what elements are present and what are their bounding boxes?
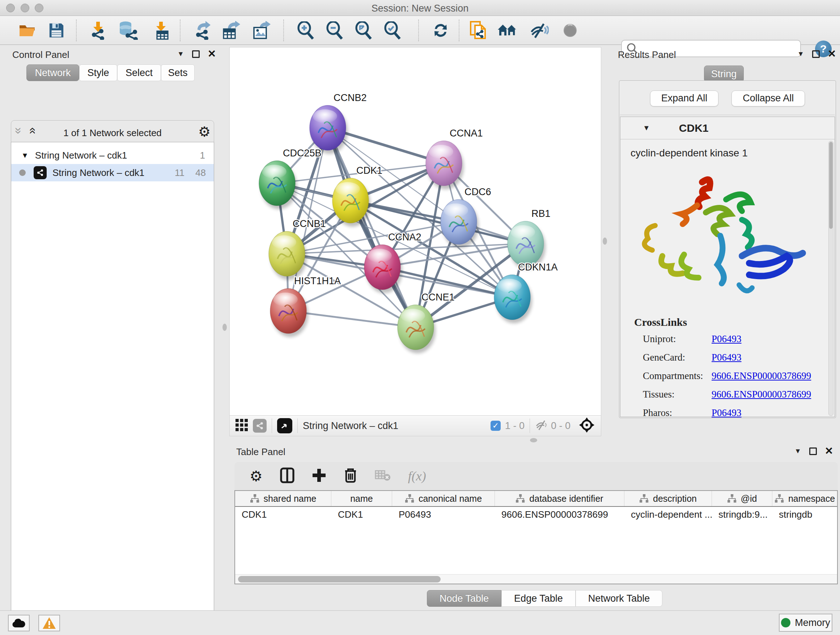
table-row[interactable]: CDK1 CDK1 P06493 9606.ENSP00000378699 cy… [235,507,837,523]
birds-eye-toggle-icon[interactable] [578,417,595,435]
results-panel-collapse-icon[interactable]: ▼ [797,50,804,58]
column-type-icon [250,494,259,503]
table-panel-collapse-icon[interactable]: ▼ [794,447,801,455]
svg-text:CCNB2: CCNB2 [333,92,367,103]
svg-text:CCNB1: CCNB1 [293,218,326,229]
tab-node-table[interactable]: Node Table [427,590,501,607]
crosslink-value[interactable]: 9606.ENSP00000378699 [712,371,835,382]
column-header[interactable]: @id [712,491,772,506]
control-panel-close-icon[interactable]: ✕ [208,50,216,57]
memory-button[interactable]: Memory [779,614,832,632]
zoom-selected-icon[interactable] [383,20,403,41]
network-row[interactable]: String Network – cdk1 11 48 [11,164,214,181]
expand-all-button[interactable]: Expand All [650,90,719,106]
hidden-eye-icon [535,419,548,432]
network-collection-row[interactable]: ▼ String Network – cdk1 1 [11,147,214,164]
table-cell[interactable]: cyclin-dependent ... [624,507,712,523]
svg-text:CDKN1A: CDKN1A [518,262,558,272]
import-network-icon[interactable] [88,20,109,41]
open-session-icon[interactable] [17,20,38,41]
svg-text:RB1: RB1 [531,208,551,219]
delete-column-icon[interactable] [344,467,357,485]
detach-view-icon[interactable] [277,418,292,433]
tab-edge-table[interactable]: Edge Table [501,590,576,607]
hide-selected-icon[interactable] [529,20,549,41]
column-header[interactable]: name [332,491,392,506]
import-table-icon[interactable] [152,20,172,41]
warning-status-icon[interactable] [38,615,60,631]
control-panel-collapse-icon[interactable]: ▼ [177,50,184,58]
entry-description: cyclin-dependent kinase 1 [621,139,835,159]
results-scrollbar[interactable] [829,141,834,416]
add-column-icon[interactable] [312,468,326,484]
svg-text:CCNA1: CCNA1 [450,128,483,139]
network-options-gear-icon[interactable]: ⚙ [198,124,210,140]
table-cell[interactable]: stringdb [772,507,837,523]
network-edge-count: 48 [195,167,206,179]
network-graph[interactable]: CCNB2CCNA1CDC25BCDK1CDC6RB1CCNB1CCNA2CDK… [230,48,601,415]
column-header[interactable]: database identifier [495,491,624,506]
left-splitter-handle[interactable] [223,324,227,331]
tree-expand-icon[interactable]: ▼ [21,151,28,160]
column-header[interactable]: namespace [772,491,837,506]
toolbar-separator [76,19,77,41]
status-bar: Memory [0,610,840,635]
crosslink-value[interactable]: P06493 [712,352,835,363]
memory-label: Memory [795,617,830,629]
table-cell[interactable]: CDK1 [235,507,332,523]
zoom-in-icon[interactable] [296,20,316,41]
entry-collapse-icon[interactable]: ▼ [643,124,650,132]
control-panel: Control Panel ▼ ✕ Network Style Select S… [0,45,228,610]
table-horizontal-scrollbar[interactable] [235,574,837,584]
table-cell[interactable]: CDK1 [332,507,392,523]
export-table-icon[interactable] [221,20,242,41]
tab-network[interactable]: Network [27,65,79,81]
collapse-all-button[interactable]: Collapse All [731,90,805,106]
grid-view-icon[interactable] [235,418,248,433]
table-panel-close-icon[interactable]: ✕ [825,448,833,455]
toolbar-separator [283,19,284,41]
tab-sets[interactable]: Sets [161,65,195,81]
export-image-icon[interactable] [252,20,272,41]
table-cell[interactable]: P06493 [392,507,495,523]
selected-indicator-checkbox[interactable]: ✓ [491,421,501,431]
tab-network-table[interactable]: Network Table [576,590,663,607]
column-header[interactable]: canonical name [392,491,495,506]
duplicate-network-icon[interactable] [468,20,488,41]
function-builder-icon: f(x) [408,469,426,484]
table-cell[interactable]: 9606.ENSP00000378699 [495,507,624,523]
control-panel-float-icon[interactable] [192,50,200,58]
column-header[interactable]: shared name [235,491,332,506]
tab-string[interactable]: String [704,65,744,82]
network-canvas[interactable]: CCNB2CCNA1CDC25BCDK1CDC6RB1CCNB1CCNA2CDK… [229,47,601,416]
column-header[interactable]: description [624,491,712,506]
crosslink-value[interactable]: P06493 [712,407,835,418]
collection-label: String Network – cdk1 [35,150,127,161]
bottom-splitter-handle[interactable] [530,438,537,442]
cloud-status-icon[interactable] [8,615,30,631]
toolbar-separator [180,19,180,41]
import-database-icon[interactable] [118,20,138,41]
zoom-fit-icon[interactable] [354,20,374,41]
export-network-icon[interactable] [193,20,213,41]
results-panel-close-icon[interactable]: ✕ [828,50,836,57]
zoom-out-icon[interactable] [325,20,345,41]
tab-style[interactable]: Style [79,65,117,81]
crosslink-value[interactable]: P06493 [712,333,835,345]
title-bar: Session: New Session [0,0,840,16]
save-session-icon[interactable] [46,20,66,41]
crosslink-value[interactable]: 9606.ENSP00000378699 [712,389,835,400]
results-panel-float-icon[interactable] [812,50,820,58]
birds-eye-icon[interactable] [560,20,580,41]
show-columns-icon[interactable] [280,467,294,485]
refresh-icon[interactable] [431,20,451,41]
table-cell[interactable]: stringdb:9... [712,507,772,523]
tab-select[interactable]: Select [117,65,161,81]
crosslink-label: Tissues: [643,389,712,400]
table-panel-float-icon[interactable] [809,448,817,455]
results-entry-header[interactable]: ▼ CDK1 [621,117,835,139]
home-network-icon[interactable] [497,20,517,41]
network-view-toolbar: String Network – cdk1 ✓ 1 - 0 0 - 0 [229,416,601,436]
share-view-icon[interactable] [253,419,267,432]
table-settings-gear-icon[interactable]: ⚙ [249,468,263,485]
